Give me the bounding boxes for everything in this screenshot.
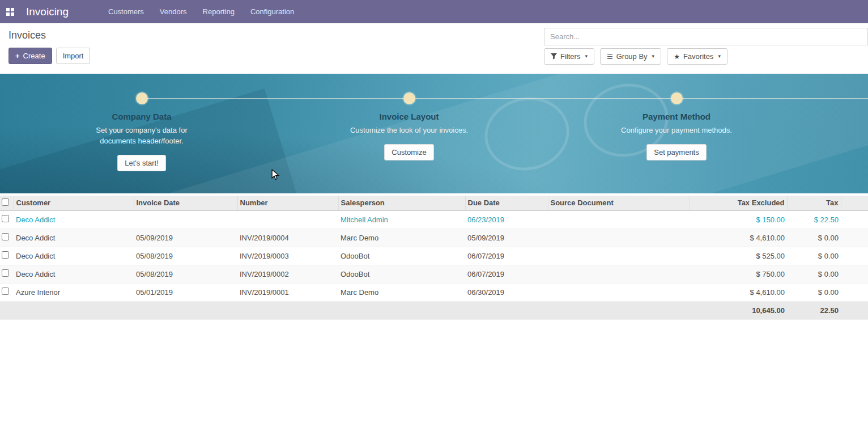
apps-grid-icon[interactable]: [6, 7, 15, 16]
totals-spacer: [0, 301, 690, 319]
top-nav-bar: Invoicing Customers Vendors Reporting Co…: [0, 0, 868, 23]
cell-due-date[interactable]: 06/07/2019: [465, 247, 548, 265]
cell-salesperson[interactable]: Marc Demo: [338, 229, 465, 247]
cell-tax-excluded[interactable]: $ 4,610.00: [690, 283, 787, 301]
table-row[interactable]: Deco Addict 05/08/2019 INV/2019/0002 Odo…: [0, 265, 868, 283]
chevron-down-icon: ▾: [718, 54, 721, 59]
step-title: Payment Method: [586, 112, 767, 121]
cell-source-document[interactable]: [548, 265, 690, 283]
cell-source-document[interactable]: [548, 247, 690, 265]
cell-due-date[interactable]: 06/23/2019: [465, 210, 548, 229]
cell-due-date[interactable]: 05/09/2019: [465, 229, 548, 247]
table-header-row: Customer Invoice Date Number Salesperson…: [0, 196, 868, 210]
cell-invoice-date[interactable]: 05/08/2019: [134, 247, 237, 265]
col-header-due-date[interactable]: Due Date: [465, 196, 548, 210]
row-checkbox[interactable]: [2, 269, 9, 277]
cell-salesperson[interactable]: Marc Demo: [338, 283, 465, 301]
row-checkbox[interactable]: [2, 215, 9, 222]
row-checkbox[interactable]: [2, 233, 9, 240]
row-spacer: [841, 301, 868, 319]
action-buttons: + Create Import: [8, 48, 90, 64]
filters-button[interactable]: Filters ▾: [544, 48, 594, 65]
cell-source-document[interactable]: [548, 283, 690, 301]
invoicing-page: { "topbar": { "app": "Invoicing", "menus…: [0, 0, 868, 427]
lets-start-button[interactable]: Let's start!: [117, 155, 166, 171]
control-panel-right: Filters ▾ ☰ Group By ▾ ★ Favorites ▾: [544, 28, 868, 74]
row-select-cell: [0, 210, 14, 229]
cell-due-date[interactable]: 06/30/2019: [465, 283, 548, 301]
col-header-tax[interactable]: Tax: [787, 196, 841, 210]
table-row[interactable]: Deco Addict 05/09/2019 INV/2019/0004 Mar…: [0, 229, 868, 247]
cell-invoice-date[interactable]: 05/09/2019: [134, 229, 237, 247]
cell-customer[interactable]: Deco Addict: [14, 229, 134, 247]
row-spacer: [841, 229, 868, 247]
cell-invoice-date[interactable]: 05/08/2019: [134, 265, 237, 283]
cell-tax-excluded[interactable]: $ 525.00: [690, 247, 787, 265]
cell-salesperson[interactable]: Mitchell Admin: [338, 210, 465, 229]
group-by-button[interactable]: ☰ Group By ▾: [600, 48, 661, 65]
col-header-source-document[interactable]: Source Document: [548, 196, 690, 210]
cell-number[interactable]: INV/2019/0003: [237, 247, 338, 265]
total-tax: 22.50: [787, 301, 841, 319]
select-all-cell: [0, 196, 14, 210]
col-header-invoice-date[interactable]: Invoice Date: [134, 196, 237, 210]
total-tax-excluded: 10,645.00: [690, 301, 787, 319]
col-header-number[interactable]: Number: [237, 196, 338, 210]
invoice-list-table: Customer Invoice Date Number Salesperson…: [0, 196, 868, 320]
cell-tax[interactable]: $ 0.00: [787, 247, 841, 265]
cell-number[interactable]: INV/2019/0004: [237, 229, 338, 247]
cell-customer[interactable]: Azure Interior: [14, 283, 134, 301]
table-row[interactable]: Deco Addict Mitchell Admin 06/23/2019 $ …: [0, 210, 868, 229]
app-title[interactable]: Invoicing: [26, 6, 69, 18]
menu-configuration[interactable]: Configuration: [242, 1, 302, 23]
row-spacer: [841, 283, 868, 301]
filters-button-label: Filters: [560, 52, 580, 61]
step-title: Invoice Layout: [318, 112, 500, 121]
customize-button[interactable]: Customize: [384, 144, 433, 160]
cell-number[interactable]: INV/2019/0001: [237, 283, 338, 301]
cell-tax-excluded[interactable]: $ 4,610.00: [690, 229, 787, 247]
cell-salesperson[interactable]: OdooBot: [338, 265, 465, 283]
cell-tax[interactable]: $ 22.50: [787, 210, 841, 229]
filter-icon: [551, 53, 557, 60]
cell-tax-excluded[interactable]: $ 150.00: [690, 210, 787, 229]
search-input[interactable]: [544, 28, 868, 45]
menu-reporting[interactable]: Reporting: [195, 1, 242, 23]
col-header-salesperson[interactable]: Salesperson: [338, 196, 465, 210]
row-checkbox[interactable]: [2, 288, 9, 295]
chevron-down-icon: ▾: [585, 54, 588, 59]
favorites-button[interactable]: ★ Favorites ▾: [667, 48, 727, 65]
col-header-tax-excluded[interactable]: Tax Excluded: [690, 196, 787, 210]
onboarding-step-company-data: Company Data Set your company's data for…: [51, 92, 232, 171]
menu-customers[interactable]: Customers: [100, 1, 152, 23]
cell-tax-excluded[interactable]: $ 750.00: [690, 265, 787, 283]
cell-customer[interactable]: Deco Addict: [14, 247, 134, 265]
select-all-checkbox[interactable]: [2, 198, 9, 206]
table-row[interactable]: Azure Interior 05/01/2019 INV/2019/0001 …: [0, 283, 868, 301]
cell-customer[interactable]: Deco Addict: [14, 265, 134, 283]
cell-tax[interactable]: $ 0.00: [787, 265, 841, 283]
cell-tax[interactable]: $ 0.00: [787, 229, 841, 247]
row-checkbox[interactable]: [2, 251, 9, 259]
cell-invoice-date[interactable]: 05/01/2019: [134, 283, 237, 301]
cell-source-document[interactable]: [548, 229, 690, 247]
table-row[interactable]: Deco Addict 05/08/2019 INV/2019/0003 Odo…: [0, 247, 868, 265]
cell-due-date[interactable]: 06/07/2019: [465, 265, 548, 283]
set-payments-button[interactable]: Set payments: [646, 144, 707, 160]
col-header-customer[interactable]: Customer: [14, 196, 134, 210]
cell-number[interactable]: [237, 210, 338, 229]
cell-source-document[interactable]: [548, 210, 690, 229]
menu-vendors[interactable]: Vendors: [152, 1, 195, 23]
table-totals-row: 10,645.00 22.50: [0, 301, 868, 319]
cell-invoice-date[interactable]: [134, 210, 237, 229]
onboarding-banner: Company Data Set your company's data for…: [0, 74, 868, 193]
import-button[interactable]: Import: [56, 48, 91, 64]
create-button[interactable]: + Create: [8, 48, 52, 64]
import-button-label: Import: [63, 52, 84, 60]
cell-salesperson[interactable]: OdooBot: [338, 247, 465, 265]
cell-number[interactable]: INV/2019/0002: [237, 265, 338, 283]
favorites-button-label: Favorites: [683, 52, 713, 61]
step-description: Configure your payment methods.: [613, 125, 741, 136]
cell-customer[interactable]: Deco Addict: [14, 210, 134, 229]
cell-tax[interactable]: $ 0.00: [787, 283, 841, 301]
